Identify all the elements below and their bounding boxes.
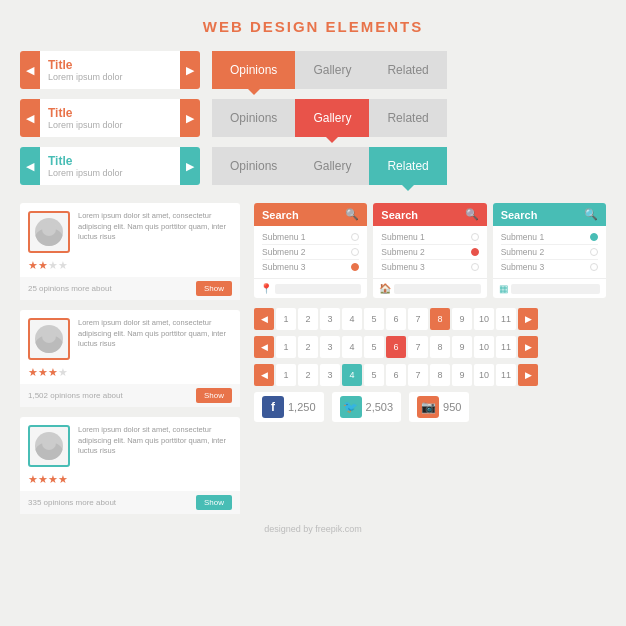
nav-right-arrow-1[interactable]: ▶: [180, 51, 200, 89]
tab-opinions-2[interactable]: Opinions: [212, 99, 295, 137]
tab-related-2[interactable]: Related: [369, 99, 446, 137]
radio-dot-3-2[interactable]: [590, 248, 598, 256]
page-next-2[interactable]: ▶: [518, 336, 538, 358]
twitter-icon: 🐦: [340, 396, 362, 418]
avatar-icon-3: [35, 432, 63, 460]
page-5-3[interactable]: 5: [364, 364, 384, 386]
submenu-item-1-3: Submenu 3: [262, 260, 359, 274]
tabs-section: ◀ Title Lorem ipsum dolor ▶ Opinions Gal…: [20, 51, 606, 185]
page-next-1[interactable]: ▶: [518, 308, 538, 330]
page-5-2[interactable]: 5: [364, 336, 384, 358]
page-7-3[interactable]: 7: [408, 364, 428, 386]
page-1-2[interactable]: 1: [276, 336, 296, 358]
page-3-3[interactable]: 3: [320, 364, 340, 386]
stars-3: ★★★★: [28, 473, 232, 486]
show-btn-3[interactable]: Show: [196, 495, 232, 510]
page-2-2[interactable]: 2: [298, 336, 318, 358]
page-11-3[interactable]: 11: [496, 364, 516, 386]
page-prev-2[interactable]: ◀: [254, 336, 274, 358]
page-11-1[interactable]: 11: [496, 308, 516, 330]
main-container: WEB DESIGN ELEMENTS ◀ Title Lorem ipsum …: [0, 0, 626, 554]
radio-dot-3-3[interactable]: [590, 263, 598, 271]
search-icon-3[interactable]: 🔍: [584, 208, 598, 221]
search-box-3: Search 🔍 Submenu 1 Submenu 2: [493, 203, 606, 298]
page-10-1[interactable]: 10: [474, 308, 494, 330]
submenu-list-1: Submenu 1 Submenu 2 Submenu 3: [254, 226, 367, 278]
card-footer-3: 335 opinions more about Show: [20, 491, 240, 514]
page-8-3[interactable]: 8: [430, 364, 450, 386]
tab-opinions-1[interactable]: Opinions: [212, 51, 295, 89]
radio-dot-3-1[interactable]: [590, 233, 598, 241]
search-label-2: Search: [381, 209, 418, 221]
search-box-1: Search 🔍 Submenu 1 Submenu 2: [254, 203, 367, 298]
page-9-1[interactable]: 9: [452, 308, 472, 330]
page-7-1[interactable]: 7: [408, 308, 428, 330]
page-1-3[interactable]: 1: [276, 364, 296, 386]
search-input-bar-2[interactable]: [394, 284, 480, 294]
page-next-3[interactable]: ▶: [518, 364, 538, 386]
tab-gallery-1[interactable]: Gallery: [295, 51, 369, 89]
page-6-2[interactable]: 6: [386, 336, 406, 358]
page-prev-1[interactable]: ◀: [254, 308, 274, 330]
radio-dot-2-2[interactable]: [471, 248, 479, 256]
page-10-2[interactable]: 10: [474, 336, 494, 358]
facebook-icon: f: [262, 396, 284, 418]
radio-dot-2-3[interactable]: [471, 263, 479, 271]
search-header-1: Search 🔍: [254, 203, 367, 226]
radio-dot-1-2[interactable]: [351, 248, 359, 256]
submenu-item-1-1: Submenu 1: [262, 230, 359, 245]
nav-left-arrow-1[interactable]: ◀: [20, 51, 40, 89]
nav-left-arrow-2[interactable]: ◀: [20, 99, 40, 137]
tab-gallery-2[interactable]: Gallery: [295, 99, 369, 137]
show-btn-2[interactable]: Show: [196, 388, 232, 403]
search-icon-2[interactable]: 🔍: [465, 208, 479, 221]
page-11-2[interactable]: 11: [496, 336, 516, 358]
page-9-3[interactable]: 9: [452, 364, 472, 386]
page-8-1[interactable]: 8: [430, 308, 450, 330]
page-2-1[interactable]: 2: [298, 308, 318, 330]
page-6-3[interactable]: 6: [386, 364, 406, 386]
page-10-3[interactable]: 10: [474, 364, 494, 386]
social-item-facebook: f 1,250: [254, 392, 324, 422]
tab-opinions-3[interactable]: Opinions: [212, 147, 295, 185]
page-title: WEB DESIGN ELEMENTS: [20, 18, 606, 35]
submenu-item-3-3: Submenu 3: [501, 260, 598, 274]
page-1-1[interactable]: 1: [276, 308, 296, 330]
tab-related-3[interactable]: Related: [369, 147, 446, 185]
opinions-count-2: 1,502 opinions more about: [28, 391, 123, 400]
page-4-3[interactable]: 4: [342, 364, 362, 386]
tab-row-3: ◀ Title Lorem ipsum dolor ▶ Opinions Gal…: [20, 147, 606, 185]
search-input-bar-3[interactable]: [511, 284, 600, 294]
page-4-2[interactable]: 4: [342, 336, 362, 358]
nav-main-title-1: Title: [48, 58, 192, 72]
tab-gallery-3[interactable]: Gallery: [295, 147, 369, 185]
avatar-box-3: [28, 425, 70, 467]
pagination-row-2: ◀ 1 2 3 4 5 6 7 8 9 10 11 ▶: [254, 336, 606, 358]
page-8-2[interactable]: 8: [430, 336, 450, 358]
page-prev-3[interactable]: ◀: [254, 364, 274, 386]
nav-right-arrow-2[interactable]: ▶: [180, 99, 200, 137]
search-input-bar-1[interactable]: [275, 284, 361, 294]
page-2-3[interactable]: 2: [298, 364, 318, 386]
submenu-label-3-3: Submenu 3: [501, 262, 544, 272]
submenu-item-3-1: Submenu 1: [501, 230, 598, 245]
nav-main-title-3: Title: [48, 154, 192, 168]
page-3-2[interactable]: 3: [320, 336, 340, 358]
search-icon-1[interactable]: 🔍: [345, 208, 359, 221]
page-5-1[interactable]: 5: [364, 308, 384, 330]
tab-related-1[interactable]: Related: [369, 51, 446, 89]
tab-row-2: ◀ Title Lorem ipsum dolor ▶ Opinions Gal…: [20, 99, 606, 137]
radio-dot-1-1[interactable]: [351, 233, 359, 241]
location-icon-3: ▦: [499, 283, 508, 294]
page-6-1[interactable]: 6: [386, 308, 406, 330]
radio-dot-2-1[interactable]: [471, 233, 479, 241]
page-4-1[interactable]: 4: [342, 308, 362, 330]
nav-left-arrow-3[interactable]: ◀: [20, 147, 40, 185]
radio-dot-1-3[interactable]: [351, 263, 359, 271]
card-footer-2: 1,502 opinions more about Show: [20, 384, 240, 407]
page-9-2[interactable]: 9: [452, 336, 472, 358]
show-btn-1[interactable]: Show: [196, 281, 232, 296]
nav-right-arrow-3[interactable]: ▶: [180, 147, 200, 185]
page-7-2[interactable]: 7: [408, 336, 428, 358]
page-3-1[interactable]: 3: [320, 308, 340, 330]
